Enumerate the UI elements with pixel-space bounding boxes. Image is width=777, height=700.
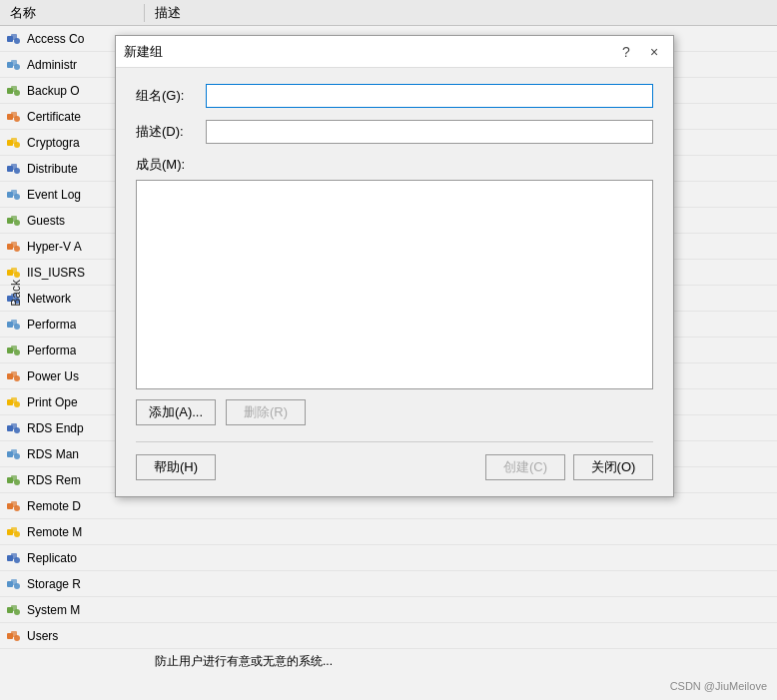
group-name-row: 组名(G):: [136, 84, 653, 108]
desc-input[interactable]: [206, 120, 653, 144]
group-name-input[interactable]: [206, 84, 653, 108]
close-button[interactable]: 关闭(O): [573, 454, 653, 480]
dialog-title: 新建组: [124, 43, 163, 61]
help-button[interactable]: 帮助(H): [136, 454, 216, 480]
add-member-button[interactable]: 添加(A)...: [136, 399, 216, 425]
members-buttons: 添加(A)... 删除(R): [136, 399, 653, 425]
dialog-title-bar: 新建组 ? ×: [116, 36, 673, 68]
close-title-button[interactable]: ×: [643, 41, 665, 63]
remove-member-button[interactable]: 删除(R): [226, 399, 306, 425]
title-controls: ? ×: [615, 41, 665, 63]
help-title-button[interactable]: ?: [615, 41, 637, 63]
watermark: CSDN @JiuMeilove: [670, 680, 767, 692]
desc-label: 描述(D):: [136, 123, 206, 141]
footer-desc: 防止用户进行有意或无意的系统...: [155, 653, 333, 670]
create-button[interactable]: 创建(C): [485, 454, 565, 480]
new-group-dialog: 新建组 ? × 组名(G): 描述(D): 成员(M): 添加(A)... 删除…: [115, 35, 674, 497]
members-label: 成员(M):: [136, 156, 653, 174]
dialog-body: 组名(G): 描述(D): 成员(M): 添加(A)... 删除(R) 帮助(H…: [116, 68, 673, 496]
dialog-separator: [136, 441, 653, 442]
dialog-footer: 帮助(H) 创建(C) 关闭(O): [136, 454, 653, 484]
members-listbox[interactable]: [136, 180, 653, 389]
footer-right-buttons: 创建(C) 关闭(O): [485, 454, 653, 480]
group-name-label: 组名(G):: [136, 87, 206, 105]
desc-row: 描述(D):: [136, 120, 653, 144]
